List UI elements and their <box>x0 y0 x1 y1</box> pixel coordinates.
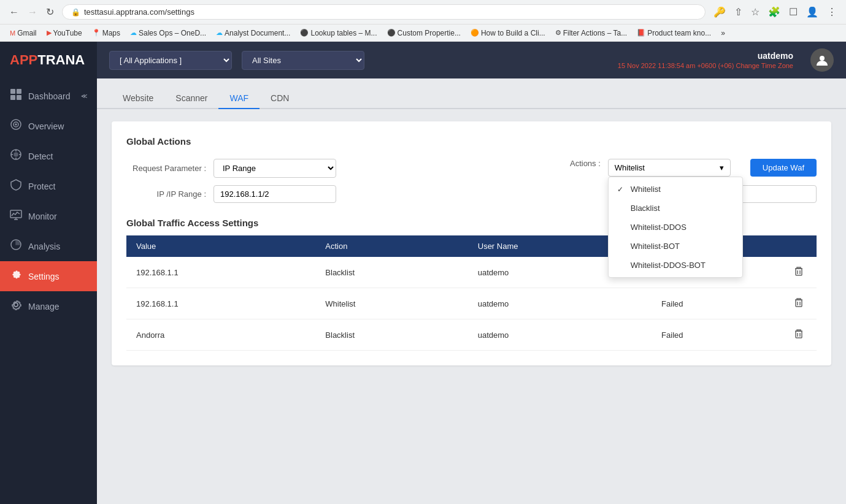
sidebar-item-analysis[interactable]: Analysis <box>0 231 97 261</box>
cell-username: uatdemo <box>468 288 652 319</box>
overview-label: Overview <box>28 121 64 131</box>
blacklist-option-label: Blacklist <box>631 204 660 213</box>
cell-username: uatdemo <box>468 319 652 351</box>
browser-chrome: ← → ↻ 🔒 testtasui.apptrana.com/settings … <box>0 0 846 25</box>
bookmark-salesops[interactable]: ☁ Sales Ops – OneD... <box>126 28 210 39</box>
bookmark-product-label: Product team kno... <box>647 29 711 37</box>
monitor-label: Monitor <box>28 212 57 221</box>
delete-row-button[interactable] <box>791 326 807 344</box>
cell-delete <box>781 257 817 288</box>
bookmark-maps-label: Maps <box>102 29 120 37</box>
dropdown-item-whitelist-bot[interactable]: Whitelist-BOT <box>609 237 742 256</box>
update-waf-button[interactable]: Update Waf <box>750 159 817 177</box>
forward-button[interactable]: → <box>25 6 40 19</box>
cell-value: 192.168.1.1 <box>126 257 315 288</box>
change-timezone-link[interactable]: Change Time Zone <box>736 62 793 69</box>
key-icon[interactable]: 🔑 <box>710 5 729 19</box>
tab-waf[interactable]: WAF <box>218 88 260 109</box>
sidebar-item-manage[interactable]: Manage <box>0 291 97 321</box>
avatar[interactable] <box>810 48 834 72</box>
whitelist-ddos-option-label: Whitelist-DDOS <box>631 223 686 232</box>
sidebar: APPTRANA Dashboard ≪ <box>0 42 97 504</box>
bookmarks-bar: M Gmail ▶ YouTube 📍 Maps ☁ Sales Ops – O… <box>0 25 846 42</box>
sidebar-item-protect[interactable]: Protect <box>0 171 97 201</box>
dashboard-icon <box>10 88 22 104</box>
bookmark-maps[interactable]: 📍 Maps <box>88 28 124 39</box>
logo-app: APP <box>10 52 37 67</box>
sidebar-item-monitor[interactable]: Monitor <box>0 201 97 231</box>
app-selector[interactable]: [ All Applications ] <box>109 51 232 70</box>
protect-label: Protect <box>28 181 55 191</box>
datetime-text: 15 Nov 2022 11:38:54 am +0600 (+06) <box>618 62 734 69</box>
settings-icon <box>10 269 22 284</box>
cell-status: Failed <box>652 319 781 351</box>
bookmark-icon[interactable]: ☆ <box>748 5 763 19</box>
app-header: [ All Applications ] All Sites uatdemo 1… <box>97 42 846 78</box>
bookmark-youtube[interactable]: ▶ YouTube <box>43 28 86 39</box>
tab-scanner[interactable]: Scanner <box>164 88 218 109</box>
bookmark-gmail[interactable]: M Gmail <box>6 28 40 39</box>
datetime-display: 15 Nov 2022 11:38:54 am +0600 (+06) Chan… <box>618 62 793 69</box>
settings-label: Settings <box>28 272 60 281</box>
filter-icon: ⚙ <box>555 29 561 37</box>
salesops-icon: ☁ <box>130 29 137 37</box>
detect-icon <box>10 148 22 164</box>
back-button[interactable]: ← <box>6 6 22 19</box>
share-icon[interactable]: ⇧ <box>731 5 745 19</box>
manage-label: Manage <box>28 302 60 311</box>
address-bar[interactable]: 🔒 testtasui.apptrana.com/settings <box>62 4 706 20</box>
user-info: uatdemo 15 Nov 2022 11:38:54 am +0600 (+… <box>618 51 793 69</box>
bookmark-analyst[interactable]: ☁ Analyst Document... <box>212 28 294 39</box>
more-icon[interactable]: ⋮ <box>824 5 840 19</box>
tab-cdn[interactable]: CDN <box>260 88 300 109</box>
sidebar-item-overview[interactable]: Overview <box>0 111 97 141</box>
dropdown-chevron-icon: ▾ <box>720 163 724 172</box>
request-parameter-group: Request Parameter : IP Range Country URL… <box>126 159 336 178</box>
delete-row-button[interactable] <box>791 263 807 281</box>
custom-icon: ⚫ <box>387 29 396 37</box>
tabs-bar: Website Scanner WAF CDN <box>97 78 846 109</box>
actions-dropdown-wrapper: Whitelist ▾ ✓ Whitelist <box>608 159 731 177</box>
detect-label: Detect <box>28 151 53 161</box>
sidebar-item-dashboard[interactable]: Dashboard ≪ <box>0 81 97 111</box>
bookmark-filter[interactable]: ⚙ Filter Actions – Ta... <box>552 28 631 39</box>
whitelist-check-icon: ✓ <box>617 185 626 194</box>
sidebar-item-detect[interactable]: Detect <box>0 141 97 171</box>
dropdown-item-blacklist[interactable]: Blacklist <box>609 199 742 218</box>
logo-text: APPTRANA <box>10 52 85 68</box>
request-parameter-select[interactable]: IP Range Country URL Header <box>213 159 336 178</box>
manage-icon <box>10 299 22 314</box>
howto-icon: 🟠 <box>471 29 479 37</box>
svg-rect-25 <box>796 331 802 338</box>
cell-delete <box>781 319 817 351</box>
site-selector[interactable]: All Sites <box>242 51 364 70</box>
window-icon[interactable]: ☐ <box>786 5 801 19</box>
profile-icon[interactable]: 👤 <box>803 5 821 19</box>
dropdown-item-whitelist-ddos[interactable]: Whitelist-DDOS <box>609 218 742 237</box>
tab-website[interactable]: Website <box>112 88 164 109</box>
bookmark-lookup[interactable]: ⚫ Lookup tables – M... <box>296 28 380 39</box>
sidebar-item-settings[interactable]: Settings <box>0 261 97 291</box>
bookmark-product[interactable]: 📕 Product team kno... <box>633 28 715 39</box>
ip-range-input[interactable] <box>213 185 336 203</box>
extension-icon[interactable]: 🧩 <box>765 5 783 19</box>
bookmark-custom[interactable]: ⚫ Custom Propertie... <box>383 28 464 39</box>
bookmark-custom-label: Custom Propertie... <box>398 29 461 37</box>
ip-range-label: IP /IP Range : <box>126 189 206 199</box>
reload-button[interactable]: ↻ <box>43 5 57 19</box>
svg-rect-2 <box>10 95 15 100</box>
dropdown-item-whitelist[interactable]: ✓ Whitelist <box>609 180 742 199</box>
dropdown-item-whitelist-ddos-bot[interactable]: Whitelist-DDOS-BOT <box>609 256 742 275</box>
actions-group: Actions : Whitelist ▾ ✓ <box>521 159 817 177</box>
bookmark-more[interactable]: » <box>717 28 729 39</box>
product-icon: 📕 <box>637 29 645 37</box>
lookup-icon: ⚫ <box>300 29 309 37</box>
global-actions-section: Global Actions Request Parameter : IP Ra… <box>126 136 817 203</box>
lock-icon: 🔒 <box>71 8 80 17</box>
bookmark-howto[interactable]: 🟠 How to Build a Cli... <box>467 28 549 39</box>
bookmark-howto-label: How to Build a Cli... <box>481 29 545 37</box>
browser-nav: ← → ↻ <box>6 5 57 19</box>
actions-dropdown-trigger[interactable]: Whitelist ▾ <box>608 159 731 177</box>
delete-row-button[interactable] <box>791 294 807 313</box>
col-actions <box>781 235 817 257</box>
